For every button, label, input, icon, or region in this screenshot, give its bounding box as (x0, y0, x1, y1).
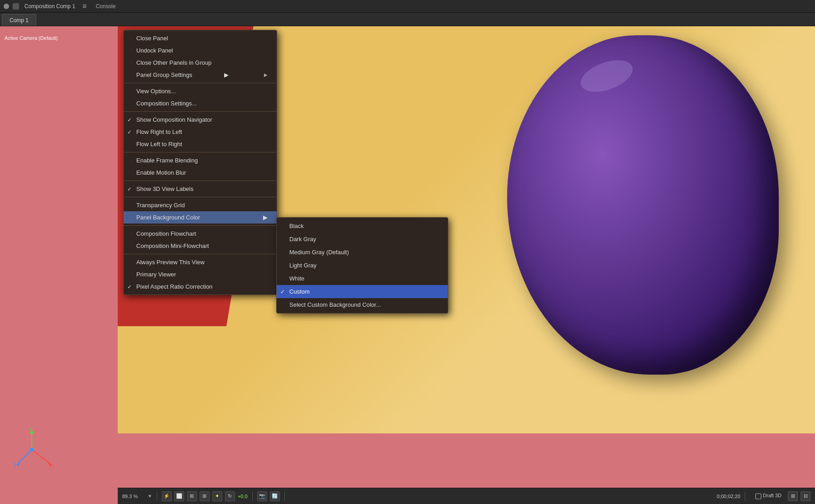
separator-1 (157, 492, 157, 501)
svg-text:X: X (50, 463, 53, 468)
menu-close-other-panels[interactable]: Close Other Panels in Group (124, 57, 277, 69)
color-btn[interactable]: ✦ (212, 491, 222, 501)
grid-view-btn[interactable]: ⊞ (788, 491, 798, 501)
separator-4 (745, 492, 745, 501)
axes-display: Y Z X (9, 427, 54, 472)
svg-text:Z: Z (14, 463, 16, 468)
top-bar: Composition Comp 1 ≡ Console (0, 0, 815, 13)
close-button[interactable] (4, 4, 9, 9)
sub-menu-bg-color: Black Dark Gray Medium Gray (Default) Li… (276, 217, 448, 314)
sub-menu-black[interactable]: Black (277, 219, 448, 233)
zoom-level: 89.3 % (122, 494, 145, 499)
hamburger-menu[interactable]: ≡ (82, 2, 86, 10)
snapshot-btn[interactable]: ⬜ (174, 491, 184, 501)
menu-comp-mini-flowchart[interactable]: Composition Mini-Flowchart (124, 240, 277, 252)
svg-point-9 (30, 448, 34, 452)
menu-flow-right-left[interactable]: Flow Right to Left (124, 126, 277, 138)
separator-d (124, 181, 277, 181)
timecode-display: 0;00;02;20 (717, 494, 740, 499)
menu-always-preview[interactable]: Always Preview This View (124, 256, 277, 268)
sub-menu-medium-gray[interactable]: Medium Gray (Default) (277, 246, 448, 259)
menu-panel-group-settings[interactable]: Panel Group Settings ▶ (124, 69, 277, 81)
panel-area: Comp 1 Active Camera (Default) Y Z X (0, 13, 815, 504)
sub-menu-select-custom[interactable]: Select Custom Background Color... (277, 298, 448, 311)
separator-b (124, 111, 277, 112)
panel-title: Composition Comp 1 (24, 3, 75, 10)
tab-bar: Comp 1 (0, 13, 815, 26)
bottom-toolbar: 89.3 % ▼ ⚡ ⬜ ⊞ ⊞ ✦ ↻ +0.0 📷 🔄 0;00;02;20… (118, 488, 815, 504)
sub-menu-custom[interactable]: Custom (277, 285, 448, 298)
separator-3 (284, 492, 285, 501)
draft-icon (755, 493, 762, 499)
motion-btn[interactable]: 🔄 (270, 491, 280, 501)
separator-a (124, 83, 277, 83)
camera-btn[interactable]: 📷 (257, 491, 267, 501)
comp-tab[interactable]: Comp 1 (2, 14, 36, 26)
pink-bottom (118, 433, 815, 488)
grid-btn[interactable]: ⊞ (200, 491, 210, 501)
menu-view-options[interactable]: View Options... (124, 85, 277, 97)
zoom-in-btn[interactable]: ⊞ (187, 491, 197, 501)
left-panel: Active Camera (Default) Y Z X (0, 26, 118, 504)
svg-line-3 (18, 450, 32, 463)
submenu-arrow-bg: ▶ (263, 214, 268, 221)
plus-value: +0.0 (238, 494, 248, 499)
balloon-shine (576, 54, 637, 98)
panel-icon (13, 3, 19, 10)
separator-g (124, 254, 277, 254)
render-btn[interactable]: ⚡ (162, 491, 172, 501)
menu-undock-panel[interactable]: Undock Panel (124, 44, 277, 57)
menu-comp-flowchart[interactable]: Composition Flowchart (124, 228, 277, 240)
separator-2 (252, 492, 253, 501)
menu-motion-blur[interactable]: Enable Motion Blur (124, 166, 277, 179)
separator-f (124, 225, 277, 226)
menu-flow-left-right[interactable]: Flow Left to Right (124, 138, 277, 150)
menu-show-comp-nav[interactable]: Show Composition Navigator (124, 114, 277, 126)
sub-menu-light-gray[interactable]: Light Gray (277, 259, 448, 272)
console-label[interactable]: Console (96, 3, 115, 10)
menu-show-3d-labels[interactable]: Show 3D View Labels (124, 183, 277, 195)
sub-menu-white[interactable]: White (277, 272, 448, 285)
svg-text:Y: Y (29, 427, 32, 432)
separator-c (124, 152, 277, 152)
svg-line-6 (32, 450, 50, 463)
active-camera-label: Active Camera (Default) (5, 35, 58, 41)
menu-transparency-grid[interactable]: Transparency Grid (124, 199, 277, 211)
balloon-3 (507, 35, 779, 375)
menu-comp-settings[interactable]: Composition Settings... (124, 97, 277, 109)
menu-panel-bg-color[interactable]: Panel Background Color ▶ (124, 211, 277, 223)
layout-btn[interactable]: ⊟ (801, 491, 810, 501)
separator-e (124, 197, 277, 197)
context-menu: Close Panel Undock Panel Close Other Pan… (123, 30, 277, 295)
main-content: Active Camera (Default) Y Z X (0, 26, 815, 504)
rotate-btn[interactable]: ↻ (225, 491, 235, 501)
menu-close-panel[interactable]: Close Panel (124, 32, 277, 44)
menu-frame-blending[interactable]: Enable Frame Blending (124, 154, 277, 166)
menu-pixel-aspect[interactable]: Pixel Aspect Ratio Correction (124, 281, 277, 293)
svg-rect-10 (756, 494, 761, 499)
zoom-dropdown[interactable]: ▼ (148, 494, 152, 499)
draft-quality[interactable]: Draft 3D (755, 493, 781, 499)
submenu-arrow: ▶ (224, 71, 229, 78)
sub-menu-dark-gray[interactable]: Dark Gray (277, 233, 448, 246)
menu-primary-viewer[interactable]: Primary Viewer (124, 268, 277, 281)
